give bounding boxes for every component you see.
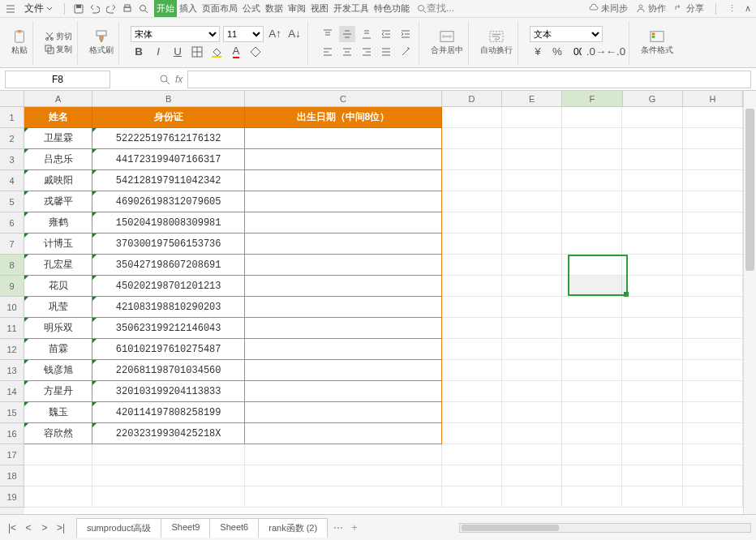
cell-C13[interactable] [245,360,441,381]
cell-F15[interactable] [562,402,622,423]
ribbon-tab-6[interactable]: 视图 [308,0,331,17]
cell-H14[interactable] [683,381,743,402]
sync-status[interactable]: 未同步 [589,2,628,15]
cell-A11[interactable]: 明乐双 [24,318,92,339]
cell-H10[interactable] [683,297,743,318]
ribbon-tab-1[interactable]: 插入 [177,0,200,17]
cell-F18[interactable] [562,465,622,486]
cell-G17[interactable] [622,444,682,465]
cell-F19[interactable] [562,486,622,508]
cell-G14[interactable] [622,381,682,402]
cell-H18[interactable] [683,465,743,486]
row-header-3[interactable]: 3 [0,149,24,170]
share-button[interactable]: 分享 [674,2,704,15]
cell-E12[interactable] [502,339,562,360]
fx-icon[interactable]: fx [175,74,183,85]
row-header-2[interactable]: 2 [0,128,24,149]
ribbon-tab-4[interactable]: 数据 [263,0,286,17]
cell-E6[interactable] [502,212,562,234]
cell-E18[interactable] [502,465,562,486]
redo-icon[interactable] [105,3,117,15]
row-header-12[interactable]: 12 [0,339,24,360]
cell-B10[interactable]: 421083198810290203 [92,297,245,318]
cell-F13[interactable] [562,360,622,381]
row-header-13[interactable]: 13 [0,360,24,381]
cell-D16[interactable] [442,423,502,444]
sheet-first-button[interactable]: |< [5,521,19,535]
cell-C1[interactable]: 出生日期（中间8位） [245,107,441,128]
cell-G19[interactable] [622,486,682,508]
align-bottom-button[interactable] [359,26,375,42]
cell-C7[interactable] [245,234,441,255]
ribbon-tab-7[interactable]: 开发工具 [331,0,372,17]
zoom-fx-icon[interactable] [159,74,170,85]
cell-F6[interactable] [562,212,622,234]
col-header-B[interactable]: B [92,91,245,106]
cell-B2[interactable]: 522225197612176132 [92,128,245,149]
more-icon[interactable]: ⋮ [728,3,737,14]
row-header-18[interactable]: 18 [0,465,24,486]
cell-G10[interactable] [622,297,682,318]
collab-button[interactable]: 协作 [636,2,666,15]
cell-D9[interactable] [442,276,502,297]
add-sheet-button[interactable]: ＋ [350,521,359,534]
cell-B15[interactable]: 420114197808258199 [92,402,245,423]
cell-H3[interactable] [683,149,743,170]
name-box[interactable] [5,71,110,88]
align-right-button[interactable] [359,44,375,60]
cell-D18[interactable] [442,465,502,486]
align-middle-button[interactable] [339,26,355,42]
sheet-tab-3[interactable]: rank函数 (2) [258,518,328,538]
cell-F4[interactable] [562,170,622,191]
ribbon-tab-0[interactable]: 开始 [154,0,177,17]
col-header-G[interactable]: G [623,91,683,106]
cell-D13[interactable] [442,360,502,381]
cell-D12[interactable] [442,339,502,360]
col-header-E[interactable]: E [502,91,562,106]
cell-B6[interactable]: 150204198008309981 [92,212,245,234]
border-button[interactable] [189,44,205,60]
cell-D15[interactable] [442,402,502,423]
cell-D1[interactable] [442,107,502,128]
col-header-F[interactable]: F [562,91,622,106]
ribbon-tab-3[interactable]: 公式 [240,0,263,17]
cell-G12[interactable] [622,339,682,360]
increase-decimal-button[interactable]: .0→ [588,44,604,60]
cell-D4[interactable] [442,170,502,191]
effects-button[interactable] [247,44,264,60]
cell-H15[interactable] [683,402,743,423]
cell-H19[interactable] [683,486,743,508]
cell-C9[interactable] [245,276,441,297]
cell-G5[interactable] [622,191,682,212]
cell-E10[interactable] [502,297,562,318]
cell-C14[interactable] [245,381,441,402]
ribbon-tab-8[interactable]: 特色功能 [372,0,412,17]
cell-E9[interactable] [502,276,562,297]
sheet-more-button[interactable]: ⋯ [333,522,343,534]
cell-E5[interactable] [502,191,562,212]
cell-C11[interactable] [245,318,441,339]
ribbon-tab-2[interactable]: 页面布局 [200,0,240,17]
cell-B11[interactable]: 350623199212146043 [92,318,245,339]
row-header-17[interactable]: 17 [0,444,24,465]
cell-F1[interactable] [562,107,622,128]
increase-indent-button[interactable] [397,26,414,42]
cell-E15[interactable] [502,402,562,423]
cell-C19[interactable] [245,486,441,508]
cell-A4[interactable]: 戚映阳 [24,170,92,191]
cell-H11[interactable] [683,318,743,339]
cell-E7[interactable] [502,234,562,255]
cell-B9[interactable]: 450202198701201213 [92,276,245,297]
cell-G4[interactable] [622,170,682,191]
sheet-tab-1[interactable]: Sheet9 [161,518,210,538]
cell-A16[interactable]: 容欣然 [24,423,92,444]
cell-A12[interactable]: 苗霖 [24,339,92,360]
align-center-button[interactable] [339,44,355,60]
cell-A10[interactable]: 巩莹 [24,297,92,318]
align-left-button[interactable] [320,44,336,60]
col-header-D[interactable]: D [442,91,502,106]
cell-B16[interactable]: 22032319930425218X [92,423,245,444]
cell-D10[interactable] [442,297,502,318]
cell-H9[interactable] [683,276,743,297]
horizontal-scrollbar[interactable] [459,523,751,533]
